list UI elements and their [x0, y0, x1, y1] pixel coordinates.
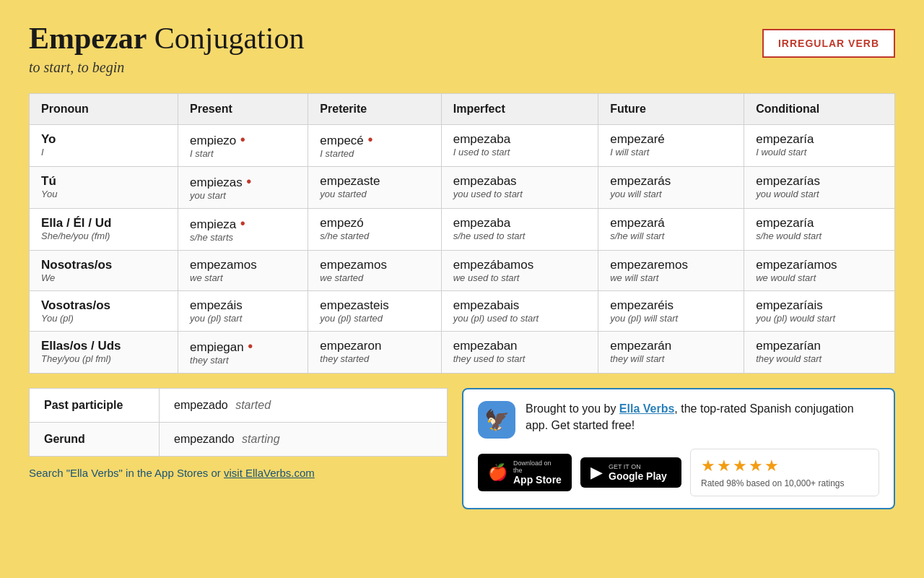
preterite-word: empezasteis	[320, 298, 429, 313]
col-preterite: Preterite	[308, 94, 441, 125]
col-present: Present	[178, 94, 308, 125]
cell-pronoun: Ella / Él / Ud She/he/you (fml)	[30, 209, 178, 251]
table-header-row: Pronoun Present Preterite Imperfect Futu…	[30, 94, 895, 125]
preterite-word: empezaste	[320, 174, 429, 189]
preterite-translation: s/he started	[320, 230, 429, 241]
cell-future: empezarán they will start	[598, 332, 744, 374]
star-rating: ★★★★★	[701, 457, 868, 475]
cell-pronoun: Tú You	[30, 167, 178, 209]
cell-preterite: empezamos we started	[308, 251, 441, 291]
future-word: empezaré	[610, 132, 732, 147]
col-pronoun: Pronoun	[30, 94, 178, 125]
past-participle-word: empezado	[174, 399, 228, 411]
irregularity-dot: •	[236, 215, 245, 231]
conditional-word: empezarían	[756, 339, 883, 353]
pronoun-sub: You	[41, 189, 166, 199]
preterite-word: empezamos	[320, 258, 429, 272]
preterite-word: empezó	[320, 216, 429, 230]
present-translation: I start	[190, 148, 296, 159]
conditional-word: empezaría	[756, 216, 883, 230]
conditional-translation: they would start	[756, 353, 883, 364]
present-translation: you start	[190, 190, 296, 201]
future-translation: s/he will start	[610, 230, 732, 241]
cell-pronoun: Nosotras/os We	[30, 251, 178, 291]
pronoun-main: Nosotras/os	[41, 258, 166, 272]
irregular-verb-badge: IRREGULAR VERB	[762, 29, 895, 58]
preterite-word: empecé •	[320, 132, 429, 148]
app-store-button[interactable]: 🍎 Download on the App Store	[478, 454, 572, 491]
conditional-word: empezaríamos	[756, 258, 883, 272]
present-translation: we start	[190, 272, 296, 283]
irregularity-dot: •	[364, 131, 373, 147]
promo-box: 🦅 Brought to you by Ella Verbs, the top-…	[462, 388, 895, 509]
gerund-row: Gerund empezando starting	[30, 423, 448, 457]
imperfect-translation: they used to start	[453, 353, 586, 364]
cell-preterite: empezasteis you (pl) started	[308, 291, 441, 332]
imperfect-word: empezabas	[453, 174, 586, 189]
pronoun-sub: We	[41, 272, 166, 283]
future-translation: you will start	[610, 189, 732, 199]
cell-present: empezáis you (pl) start	[178, 291, 308, 332]
imperfect-word: empezabais	[453, 298, 586, 313]
cell-present: empezamos we start	[178, 251, 308, 291]
table-row: Ellas/os / Uds They/you (pl fml) empiega…	[30, 332, 895, 374]
table-row: Nosotras/os We empezamos we start empeza…	[30, 251, 895, 291]
cell-imperfect: empezabais you (pl) used to start	[441, 291, 598, 332]
ellaverbs-link[interactable]: visit EllaVerbs.com	[224, 467, 315, 479]
pronoun-sub: She/he/you (fml)	[41, 230, 166, 241]
imperfect-translation: you used to start	[453, 189, 586, 199]
cell-conditional: empezaríais you (pl) would start	[744, 291, 895, 332]
conditional-translation: I would start	[756, 147, 883, 158]
google-play-button[interactable]: ▶ GET IT ON Google Play	[580, 457, 681, 488]
past-participle-value: empezado started	[160, 389, 448, 423]
cell-imperfect: empezaba I used to start	[441, 125, 598, 167]
future-word: empezarás	[610, 174, 732, 189]
col-conditional: Conditional	[744, 94, 895, 125]
future-word: empezarán	[610, 339, 732, 353]
cell-future: empezarás you will start	[598, 167, 744, 209]
present-word: empieza •	[190, 216, 296, 232]
future-translation: I will start	[610, 147, 732, 158]
present-word: empiezo •	[190, 132, 296, 148]
past-participle-label: Past participle	[30, 389, 160, 423]
google-play-top-text: GET IT ON	[609, 463, 667, 470]
pronoun-main: Vosotras/os	[41, 298, 166, 313]
app-store-text: Download on the App Store	[513, 460, 562, 486]
preterite-word: empezaron	[320, 339, 429, 353]
present-word: empiegan •	[190, 339, 296, 355]
page-title: Empezar Conjugation	[29, 22, 304, 55]
imperfect-translation: you (pl) used to start	[453, 313, 586, 324]
cell-imperfect: empezaban they used to start	[441, 332, 598, 374]
conditional-translation: s/he would start	[756, 230, 883, 241]
preterite-translation: you started	[320, 189, 429, 199]
present-word: empiezas •	[190, 174, 296, 190]
cell-future: empezará s/he will start	[598, 209, 744, 251]
pronoun-main: Tú	[41, 174, 166, 189]
conditional-word: empezarías	[756, 174, 883, 189]
cell-conditional: empezarían they would start	[744, 332, 895, 374]
promo-top: 🦅 Brought to you by Ella Verbs, the top-…	[478, 401, 879, 439]
bottom-section: Past participle empezado started Gerund …	[29, 388, 895, 509]
cell-future: empezaré I will start	[598, 125, 744, 167]
future-word: empezaremos	[610, 258, 732, 272]
imperfect-translation: I used to start	[453, 147, 586, 158]
participle-table: Past participle empezado started Gerund …	[29, 388, 448, 457]
imperfect-word: empezaban	[453, 339, 586, 353]
table-row: Vosotras/os You (pl) empezáis you (pl) s…	[30, 291, 895, 332]
ella-verbs-brand-link[interactable]: Ella Verbs	[619, 402, 675, 415]
app-store-main-text: App Store	[513, 474, 562, 486]
preterite-translation: I started	[320, 148, 429, 159]
page-header: Empezar Conjugation to start, to begin I…	[29, 22, 895, 76]
gerund-word: empezando	[174, 433, 235, 445]
cell-pronoun: Yo I	[30, 125, 178, 167]
imperfect-word: empezaba	[453, 216, 586, 230]
cell-present: empiegan • they start	[178, 332, 308, 374]
cell-present: empieza • s/he starts	[178, 209, 308, 251]
google-play-text: GET IT ON Google Play	[609, 463, 667, 482]
app-store-top-text: Download on the	[513, 460, 562, 474]
table-row: Tú You empiezas • you start empezaste yo…	[30, 167, 895, 209]
conditional-translation: you (pl) would start	[756, 313, 883, 324]
future-translation: they will start	[610, 353, 732, 364]
pronoun-sub: You (pl)	[41, 313, 166, 324]
future-word: empezaréis	[610, 298, 732, 313]
